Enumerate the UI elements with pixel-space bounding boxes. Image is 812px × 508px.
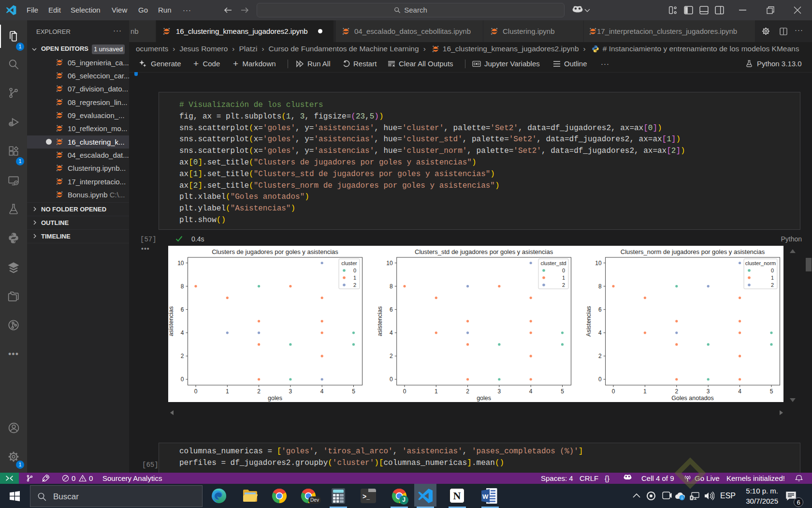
svg-text:1: 1 [771, 275, 774, 281]
svg-text:8: 8 [598, 283, 602, 290]
svg-text:0: 0 [562, 268, 565, 273]
svg-text:5: 5 [561, 388, 564, 395]
svg-text:6: 6 [390, 306, 393, 313]
svg-text:Clusters_std de jugadores por: Clusters_std de jugadores por goles y as… [415, 248, 553, 255]
svg-text:0: 0 [771, 268, 774, 273]
svg-text:3: 3 [707, 388, 710, 395]
svg-text:8: 8 [390, 283, 393, 290]
svg-text:2: 2 [390, 353, 393, 359]
svg-text:2: 2 [353, 282, 356, 288]
svg-text:2: 2 [771, 282, 774, 288]
svg-text:10: 10 [177, 260, 184, 267]
svg-text:Goles anotados: Goles anotados [671, 395, 714, 402]
svg-text:goles: goles [477, 395, 491, 402]
svg-text:5: 5 [352, 388, 355, 395]
svg-text:Clusters_norm de jugadores por: Clusters_norm de jugadores por goles y a… [621, 248, 765, 255]
svg-text:0: 0 [353, 268, 356, 273]
svg-text:4: 4 [598, 329, 602, 336]
svg-text:asistencias: asistencias [168, 306, 174, 336]
svg-text:W: W [482, 493, 489, 500]
svg-text:1: 1 [643, 388, 647, 395]
svg-text:2: 2 [562, 282, 565, 288]
svg-text:Clusters de jugadores por gole: Clusters de jugadores por goles y asiste… [212, 248, 338, 255]
svg-text:4: 4 [320, 388, 324, 395]
svg-text:0: 0 [598, 376, 602, 383]
svg-text:1: 1 [226, 388, 229, 395]
svg-text:cluster: cluster [341, 260, 357, 266]
svg-text:cluster_norm: cluster_norm [745, 260, 776, 266]
svg-text:2: 2 [181, 353, 184, 359]
svg-text:4: 4 [738, 388, 741, 395]
svg-text:1: 1 [435, 388, 438, 395]
svg-text:2: 2 [598, 353, 602, 359]
svg-text:4: 4 [181, 329, 184, 336]
svg-text:0: 0 [194, 388, 198, 395]
svg-text:6: 6 [181, 306, 184, 313]
svg-text:4: 4 [390, 329, 393, 336]
svg-text:6: 6 [598, 306, 602, 313]
svg-text:cluster_std: cluster_std [540, 260, 566, 266]
svg-text:3: 3 [498, 388, 501, 395]
svg-text:Asistencias: Asistencias [585, 306, 592, 336]
svg-text:2: 2 [257, 388, 261, 395]
svg-text:0: 0 [612, 388, 615, 395]
svg-text:5: 5 [770, 388, 773, 395]
svg-text:0: 0 [403, 388, 406, 395]
svg-text:10: 10 [386, 260, 393, 267]
svg-text:8: 8 [181, 283, 184, 290]
svg-text:2: 2 [675, 388, 678, 395]
svg-text:4: 4 [529, 388, 533, 395]
svg-text:goles: goles [268, 395, 282, 402]
svg-text:2: 2 [466, 388, 469, 395]
svg-text:1: 1 [562, 275, 565, 281]
svg-text:10: 10 [595, 260, 602, 267]
svg-text:3: 3 [289, 388, 292, 395]
svg-text:asistencias: asistencias [377, 306, 383, 336]
svg-text:1: 1 [353, 275, 356, 281]
svg-text:0: 0 [390, 376, 393, 383]
svg-text:0: 0 [181, 376, 184, 383]
